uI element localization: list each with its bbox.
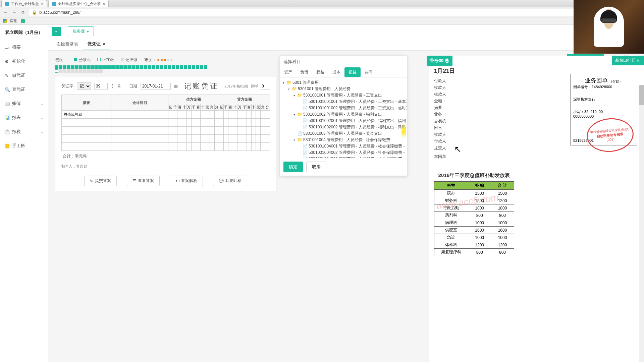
amount-cell[interactable] bbox=[173, 127, 177, 135]
amount-cell[interactable] bbox=[224, 135, 228, 143]
amount-cell[interactable] bbox=[196, 127, 201, 135]
amount-cell[interactable] bbox=[186, 135, 191, 143]
amount-cell[interactable] bbox=[196, 119, 201, 127]
amount-cell[interactable] bbox=[182, 127, 187, 135]
forward-icon[interactable]: → bbox=[11, 9, 17, 15]
amount-cell[interactable] bbox=[219, 143, 224, 151]
amount-cell[interactable] bbox=[237, 119, 242, 127]
sidebar-item[interactable]: ✎做凭证 bbox=[0, 68, 48, 82]
amount-cell[interactable] bbox=[251, 119, 256, 127]
amount-cell[interactable] bbox=[186, 111, 191, 119]
progress-cell[interactable] bbox=[144, 65, 147, 69]
amount-cell[interactable] bbox=[242, 127, 247, 135]
tree-node[interactable]: 📄5301001002001 管理费用 - 人员经费 - 福利支出 - 福利 bbox=[281, 118, 406, 124]
tree-node[interactable]: ▾📁5301001004 管理费用 - 人员经费 - 社会保障缴费 bbox=[281, 137, 406, 143]
progress-cell[interactable] bbox=[168, 65, 171, 69]
amount-cell[interactable] bbox=[173, 119, 177, 127]
progress-cell[interactable] bbox=[75, 69, 78, 73]
amount-cell[interactable] bbox=[256, 119, 261, 127]
progress-cell[interactable] bbox=[83, 69, 87, 73]
cancel-button[interactable]: 取消 bbox=[306, 162, 326, 172]
apps-icon[interactable] bbox=[3, 19, 7, 23]
amount-cell[interactable] bbox=[191, 135, 196, 143]
analyze-button[interactable]: 🏷答案解析 bbox=[170, 176, 203, 186]
amount-cell[interactable] bbox=[247, 135, 251, 143]
summary-cell[interactable]: 总值班补助 bbox=[62, 111, 111, 119]
reload-icon[interactable]: ⟳ bbox=[20, 9, 26, 15]
sidebar-item[interactable]: 📒手工帐 bbox=[0, 139, 48, 153]
close-icon[interactable]: × bbox=[103, 2, 105, 6]
progress-cell[interactable] bbox=[71, 65, 74, 69]
progress-cell[interactable] bbox=[67, 69, 70, 73]
amount-cell[interactable] bbox=[182, 135, 187, 143]
amount-cell[interactable] bbox=[228, 127, 233, 135]
amount-cell[interactable] bbox=[251, 111, 256, 119]
summary-cell[interactable] bbox=[62, 143, 111, 151]
amount-cell[interactable] bbox=[214, 127, 219, 135]
browser-tab[interactable]: 工作台_会计学堂 × bbox=[1, 0, 47, 7]
progress-cell[interactable] bbox=[103, 65, 107, 69]
back-icon[interactable]: ← bbox=[3, 9, 9, 15]
amount-cell[interactable] bbox=[224, 119, 228, 127]
table-row[interactable] bbox=[62, 127, 270, 135]
amount-cell[interactable] bbox=[210, 143, 214, 151]
progress-cell[interactable] bbox=[192, 65, 195, 69]
tree-node[interactable]: ▾📁5301 管理费用 bbox=[281, 79, 406, 86]
amount-cell[interactable] bbox=[242, 143, 247, 151]
amount-cell[interactable] bbox=[201, 135, 205, 143]
collapse-sidebar-button[interactable]: « bbox=[52, 27, 61, 36]
progress-cell[interactable] bbox=[180, 65, 183, 69]
voucher-word-select[interactable]: 记 bbox=[77, 82, 91, 90]
progress-cell[interactable] bbox=[59, 69, 62, 73]
progress-cell[interactable] bbox=[91, 65, 95, 69]
sidebar-item[interactable]: 🔍查凭证 bbox=[0, 82, 48, 97]
progress-cell[interactable] bbox=[160, 65, 163, 69]
amount-cell[interactable] bbox=[228, 119, 233, 127]
progress-cell[interactable] bbox=[115, 65, 119, 69]
account-tab[interactable]: 权益 bbox=[312, 67, 328, 77]
summary-cell[interactable] bbox=[62, 135, 111, 143]
progress-cell[interactable] bbox=[79, 65, 83, 69]
amount-cell[interactable] bbox=[237, 135, 242, 143]
amount-cell[interactable] bbox=[251, 135, 256, 143]
amount-cell[interactable] bbox=[247, 143, 251, 151]
amount-cell[interactable] bbox=[177, 111, 182, 119]
feedback-button[interactable]: 💬我要吐槽 bbox=[213, 176, 247, 186]
summary-cell[interactable] bbox=[62, 119, 111, 127]
amount-cell[interactable] bbox=[247, 111, 251, 119]
amount-cell[interactable] bbox=[251, 127, 256, 135]
amount-cell[interactable] bbox=[177, 143, 182, 151]
amount-cell[interactable] bbox=[205, 143, 210, 151]
progress-cell[interactable] bbox=[63, 69, 66, 73]
table-row[interactable] bbox=[62, 143, 270, 151]
scrollbar[interactable] bbox=[639, 85, 644, 362]
progress-cell[interactable] bbox=[59, 65, 62, 69]
amount-cell[interactable] bbox=[210, 127, 214, 135]
progress-cell[interactable] bbox=[111, 65, 115, 69]
progress-cell[interactable] bbox=[87, 65, 91, 69]
amount-cell[interactable] bbox=[219, 119, 224, 127]
sidebar-item[interactable]: ⚙初始化⌄ bbox=[0, 54, 48, 68]
amount-cell[interactable] bbox=[256, 135, 261, 143]
scrollbar-thumb[interactable] bbox=[639, 85, 644, 105]
account-tree[interactable]: ▾📁5301 管理费用▾📁5301001 管理费用 - 人员经费▾📁530100… bbox=[280, 77, 407, 158]
progress-cell[interactable] bbox=[63, 65, 66, 69]
amount-cell[interactable] bbox=[205, 127, 210, 135]
amount-cell[interactable] bbox=[219, 127, 224, 135]
amount-cell[interactable] bbox=[168, 127, 173, 135]
amount-cell[interactable] bbox=[247, 119, 251, 127]
amount-cell[interactable] bbox=[233, 127, 237, 135]
progress-cell[interactable] bbox=[152, 65, 155, 69]
tree-node[interactable]: 📄5301001004003 管理费用 - 人员经费 - 社会保障缴费 - bbox=[281, 156, 406, 158]
summary-cell[interactable] bbox=[62, 127, 111, 135]
amount-cell[interactable] bbox=[205, 119, 210, 127]
progress-cell[interactable] bbox=[184, 65, 187, 69]
stepper-down-icon[interactable]: ▼ bbox=[111, 86, 114, 89]
bookmark-icon[interactable] bbox=[21, 19, 25, 23]
account-tab[interactable]: 资产 bbox=[280, 67, 296, 77]
sidebar-item[interactable]: 📊报表⌄ bbox=[0, 111, 48, 125]
amount-cell[interactable] bbox=[256, 143, 261, 151]
tree-node[interactable]: ▾📁5301001 管理费用 - 人员经费 bbox=[281, 86, 406, 92]
amount-cell[interactable] bbox=[256, 111, 261, 119]
amount-cell[interactable] bbox=[261, 127, 265, 135]
